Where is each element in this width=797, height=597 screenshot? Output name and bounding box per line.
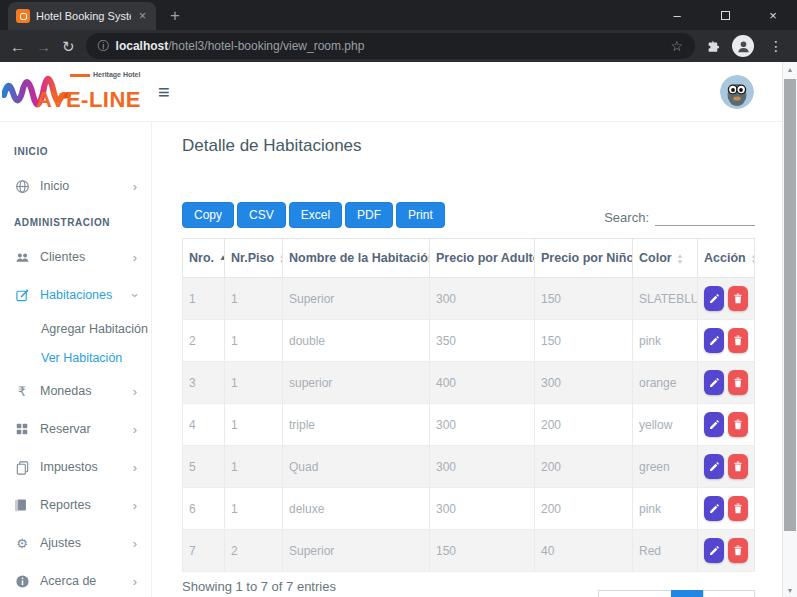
- info-icon: [14, 574, 30, 589]
- sidebar-item-inicio[interactable]: Inicio›: [0, 167, 151, 205]
- bookmark-star-icon[interactable]: ☆: [670, 38, 683, 54]
- search-label: Search:: [604, 210, 649, 225]
- sidebar-item-habitaciones[interactable]: Habitaciones›: [0, 276, 151, 314]
- cell-precio-nino: 200: [535, 488, 633, 530]
- reload-button[interactable]: ↻: [62, 39, 75, 54]
- csv-button[interactable]: CSV: [237, 202, 286, 228]
- minimize-button[interactable]: –: [653, 0, 701, 30]
- column-header-nr-piso[interactable]: Nr.Piso▲▼: [225, 239, 283, 278]
- table-row: 21double350150pink: [183, 320, 755, 362]
- cell-nro: 7: [183, 530, 225, 572]
- cell-accion: [698, 488, 755, 530]
- cell-accion: [698, 446, 755, 488]
- edit-icon: [14, 288, 30, 303]
- restore-button[interactable]: [701, 0, 749, 30]
- site-info-icon[interactable]: ⓘ: [98, 38, 110, 55]
- scroll-down-icon[interactable]: ▼: [783, 583, 797, 597]
- sidebar-section-label: ADMINISTRACION: [0, 205, 151, 238]
- column-header-precio-por-adulto[interactable]: Precio por Adulto▲▼: [430, 239, 535, 278]
- delete-room-button[interactable]: [728, 538, 748, 563]
- tab-close-icon[interactable]: ×: [137, 9, 148, 23]
- sidebar-item-impuestos[interactable]: Impuestos›: [0, 448, 151, 486]
- edit-room-button[interactable]: [704, 538, 724, 563]
- cell-precio-nino: 300: [535, 362, 633, 404]
- cell-nro: 2: [183, 320, 225, 362]
- sidebar-item-label: Ajustes: [40, 536, 81, 550]
- delete-room-button[interactable]: [728, 370, 748, 395]
- delete-room-button[interactable]: [728, 496, 748, 521]
- new-tab-button[interactable]: +: [170, 6, 180, 26]
- cell-precio-nino: 200: [535, 446, 633, 488]
- column-header-nro[interactable]: Nro.▲: [183, 239, 225, 278]
- close-window-button[interactable]: ×: [749, 0, 797, 30]
- excel-button[interactable]: Excel: [289, 202, 342, 228]
- edit-room-button[interactable]: [704, 496, 724, 521]
- delete-room-button[interactable]: [728, 286, 748, 311]
- edit-room-button[interactable]: [704, 412, 724, 437]
- delete-room-button[interactable]: [728, 454, 748, 479]
- delete-room-button[interactable]: [728, 412, 748, 437]
- column-label: Precio por Adulto: [436, 251, 535, 265]
- sidebar-item-clientes[interactable]: Clientes›: [0, 238, 151, 276]
- cell-color: green: [633, 446, 698, 488]
- cell-piso: 1: [225, 404, 283, 446]
- scrollbar-thumb[interactable]: [784, 79, 796, 531]
- sidebar-toggle-icon[interactable]: ≡: [158, 82, 170, 102]
- column-header-precio-por-nino[interactable]: Precio por Niño▲▼: [535, 239, 633, 278]
- delete-room-button[interactable]: [728, 328, 748, 353]
- sidebar-item-label: Clientes: [40, 250, 85, 264]
- scroll-up-icon[interactable]: ▲: [783, 62, 797, 76]
- edit-room-button[interactable]: [704, 454, 724, 479]
- table-row: 51Quad300200green: [183, 446, 755, 488]
- sidebar-item-reportes[interactable]: Reportes›: [0, 486, 151, 524]
- back-button[interactable]: ←: [10, 39, 25, 54]
- sidebar-item-reservar[interactable]: Reservar›: [0, 410, 151, 448]
- print-button[interactable]: Print: [396, 202, 445, 228]
- column-label: Nro.: [189, 251, 214, 265]
- page-scrollbar[interactable]: ▲ ▼: [782, 62, 797, 597]
- url-path: /hotel3/hotel-booking/view_room.php: [168, 39, 364, 53]
- forward-button[interactable]: →: [36, 39, 51, 54]
- users-icon: [14, 250, 30, 265]
- column-header-color[interactable]: Color▲▼: [633, 239, 698, 278]
- sort-icon: ▲▼: [279, 253, 282, 264]
- column-header-nombre-de-la-habitacion[interactable]: Nombre de la Habitación▲▼: [283, 239, 430, 278]
- sidebar-subitem-agregar-habitacion[interactable]: Agregar Habitación: [0, 314, 151, 343]
- cell-accion: [698, 320, 755, 362]
- chevron-right-icon: ›: [133, 575, 137, 588]
- edit-room-button[interactable]: [704, 328, 724, 353]
- pdf-button[interactable]: PDF: [345, 202, 393, 228]
- search-input[interactable]: [655, 208, 755, 226]
- xampp-favicon-icon: [16, 9, 30, 23]
- cell-nombre: double: [283, 320, 430, 362]
- 1-page-button[interactable]: 1: [671, 590, 704, 597]
- sidebar-item-monedas[interactable]: ₹Monedas›: [0, 372, 151, 410]
- extensions-icon[interactable]: [706, 39, 721, 54]
- address-bar[interactable]: ⓘ localhost/hotel3/hotel-booking/view_ro…: [86, 33, 695, 59]
- window-controls: – ×: [653, 0, 797, 30]
- sidebar-item-ajustes[interactable]: ⚙Ajustes›: [0, 524, 151, 562]
- edit-room-button[interactable]: [704, 286, 724, 311]
- sidebar-item-acerca-de[interactable]: Acerca de›: [0, 562, 151, 597]
- waveline-logo[interactable]: Heritage Hotel AVE-LINE: [0, 62, 152, 122]
- row-actions: [704, 538, 748, 563]
- globe-icon: [14, 179, 30, 194]
- next-page-button[interactable]: Next: [703, 590, 755, 597]
- cell-nombre: Quad: [283, 446, 430, 488]
- browser-tab[interactable]: Hotel Booking System ×: [8, 2, 156, 30]
- edit-room-button[interactable]: [704, 370, 724, 395]
- profile-avatar-icon[interactable]: [732, 35, 754, 57]
- copy-button[interactable]: Copy: [182, 202, 234, 228]
- cell-piso: 2: [225, 530, 283, 572]
- chevron-down-icon: ›: [128, 293, 141, 297]
- cell-nombre: Superior: [283, 278, 430, 320]
- user-avatar[interactable]: [720, 75, 754, 109]
- copy-icon: [14, 460, 30, 475]
- row-actions: [704, 370, 748, 395]
- previous-page-button[interactable]: Previous: [598, 590, 673, 597]
- column-label: Acción: [704, 251, 746, 265]
- column-header-accion[interactable]: Acción▲▼: [698, 239, 755, 278]
- cell-precio-nino: 40: [535, 530, 633, 572]
- browser-menu-icon[interactable]: ⋮: [765, 38, 787, 54]
- sidebar-subitem-ver-habitacion[interactable]: Ver Habitación: [0, 343, 151, 372]
